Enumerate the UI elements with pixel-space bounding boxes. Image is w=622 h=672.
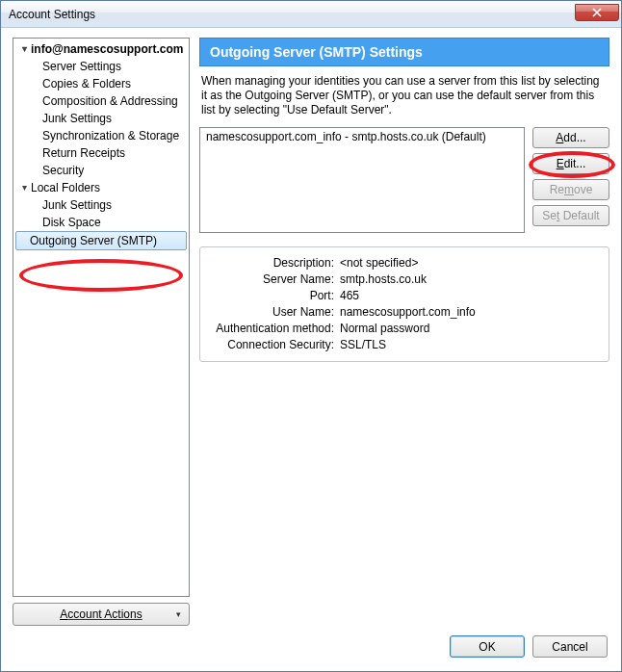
detail-port: Port: 465: [210, 288, 599, 304]
left-panel: info@namescosupport.com Server Settings …: [13, 38, 190, 626]
remove-button: Remove: [532, 179, 609, 200]
detail-server-name: Server Name: smtp.hosts.co.uk: [210, 271, 599, 288]
expand-icon: [19, 41, 29, 57]
titlebar: Account Settings: [1, 1, 621, 28]
tree-local-junk[interactable]: Junk Settings: [13, 196, 189, 214]
edit-button[interactable]: Edit...: [532, 153, 609, 174]
account-settings-window: Account Settings info@namescosupport.com…: [0, 0, 622, 672]
tree-server-settings[interactable]: Server Settings: [13, 58, 189, 75]
smtp-button-column: Add... Edit... Remove Set Default: [532, 127, 609, 233]
account-actions-button[interactable]: Account Actions: [13, 603, 190, 626]
tree-return-receipts[interactable]: Return Receipts: [13, 144, 189, 162]
cancel-button[interactable]: Cancel: [532, 635, 608, 658]
set-default-button: Set Default: [532, 205, 609, 226]
ok-button[interactable]: OK: [450, 635, 525, 658]
smtp-list-row: namescosupport.com_info - smtp.hosts.co.…: [199, 127, 609, 233]
tree-composition-addressing[interactable]: Composition & Addressing: [13, 92, 189, 110]
detail-user-name: User Name: namescosupport.com_info: [210, 304, 599, 321]
tree-security[interactable]: Security: [13, 162, 189, 179]
smtp-details: Description: <not specified> Server Name…: [199, 246, 609, 362]
window-title: Account Settings: [9, 8, 575, 21]
right-panel: Outgoing Server (SMTP) Settings When man…: [199, 38, 609, 626]
detail-description: Description: <not specified>: [210, 255, 599, 271]
panel-intro: When managing your identities you can us…: [199, 66, 609, 127]
tree-local-disk[interactable]: Disk Space: [13, 214, 189, 231]
close-icon: [592, 8, 602, 17]
detail-auth-method: Authentication method: Normal password: [210, 321, 599, 337]
tree-copies-folders[interactable]: Copies & Folders: [13, 75, 189, 92]
dialog-footer: OK Cancel: [1, 626, 621, 671]
account-actions-label: Account Actions: [60, 607, 142, 621]
detail-conn-security: Connection Security: SSL/TLS: [210, 337, 599, 353]
highlight-ring-outgoing: [19, 259, 183, 292]
tree-junk-settings[interactable]: Junk Settings: [13, 110, 189, 127]
tree-outgoing-smtp[interactable]: Outgoing Server (SMTP): [15, 231, 187, 250]
account-label: info@namescosupport.com: [31, 41, 183, 57]
tree-sync-storage[interactable]: Synchronization & Storage: [13, 127, 189, 144]
smtp-server-item[interactable]: namescosupport.com_info - smtp.hosts.co.…: [200, 128, 524, 145]
main-area: info@namescosupport.com Server Settings …: [1, 28, 621, 626]
panel-heading: Outgoing Server (SMTP) Settings: [199, 38, 609, 66]
add-button[interactable]: Add...: [532, 127, 609, 148]
smtp-server-list[interactable]: namescosupport.com_info - smtp.hosts.co.…: [199, 127, 525, 233]
tree-account-root[interactable]: info@namescosupport.com: [13, 40, 189, 58]
close-button[interactable]: [575, 4, 619, 21]
tree-local-folders[interactable]: Local Folders: [13, 179, 189, 196]
expand-icon: [19, 180, 29, 195]
account-tree[interactable]: info@namescosupport.com Server Settings …: [13, 38, 190, 597]
dialog-body: info@namescosupport.com Server Settings …: [1, 28, 621, 671]
